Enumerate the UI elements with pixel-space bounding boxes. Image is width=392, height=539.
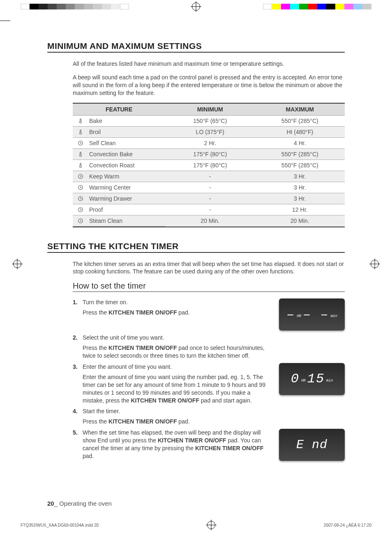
table-row: Bake150°F (65°C)550°F (285°C) [73, 115, 345, 127]
feature-name: Steam Clean [89, 217, 122, 224]
oven-display-time: 0 HR 15 min [279, 363, 345, 395]
table-row: Proof-12 Hr. [73, 204, 345, 215]
max-cell: HI (480°F) [255, 127, 345, 138]
thermometer-icon [78, 118, 83, 124]
step-detail: When the set time has elapsed, the oven … [83, 429, 267, 460]
thermometer-icon [78, 129, 83, 135]
crop-mark [0, 21, 10, 21]
step-3: Enter the amount of time you want. Enter… [73, 363, 345, 404]
settings-table: FEATURE MINIMUM MAXIMUM Bake150°F (65°C)… [73, 103, 345, 227]
thermometer-icon [78, 162, 83, 168]
max-cell: 550°F (285°C) [255, 160, 345, 171]
print-footer: FTQ352IWUX_XAA DG68-00104A.indd 20 2007-… [21, 521, 371, 529]
table-row: Convection Bake175°F (80°C)550°F (285°C) [73, 149, 345, 160]
intro-paragraph-1: All of the features listed have minimum … [73, 60, 345, 68]
table-header-minimum: MINIMUM [165, 103, 255, 116]
feature-name: Self Clean [89, 140, 116, 146]
feature-name: Warming Drawer [89, 195, 132, 202]
steps-list: Turn the timer on. Press the KITCHEN TIM… [73, 298, 345, 461]
feature-name: Proof [89, 206, 103, 213]
max-cell: 4 Hr. [255, 138, 345, 149]
feature-name: Broil [89, 129, 101, 135]
feature-cell: Warming Drawer [73, 193, 165, 204]
min-cell: LO (375°F) [165, 127, 255, 138]
max-cell: 12 Hr. [255, 204, 345, 215]
max-cell: 3 Hr. [255, 193, 345, 204]
table-row: Self Clean2 Hr.4 Hr. [73, 138, 345, 149]
registration-mark-icon [371, 260, 379, 268]
oven-display-end: E nd [279, 429, 345, 461]
page-footer: 20_ Operating the oven [47, 500, 345, 507]
step-title: Turn the timer on. [83, 298, 267, 306]
step-2: Select the unit of time you want. Press … [73, 334, 345, 360]
feature-cell: Proof [73, 204, 165, 215]
feature-name: Convection Bake [89, 151, 133, 157]
max-cell: 3 Hr. [255, 182, 345, 193]
feature-cell: Convection Bake [73, 149, 165, 160]
page-content: MINIMUM AND MAXIMUM SETTINGS All of the … [47, 41, 345, 464]
table-row: Keep Warm-3 Hr. [73, 171, 345, 182]
min-cell: - [165, 193, 255, 204]
table-row: Warming Drawer-3 Hr. [73, 193, 345, 204]
step-5: When the set time has elapsed, the oven … [73, 429, 345, 461]
thermometer-icon [78, 151, 83, 157]
clock-icon [78, 173, 83, 179]
table-row: Convection Roast175°F (80°C)550°F (285°C… [73, 160, 345, 171]
feature-name: Convection Roast [89, 162, 135, 169]
min-cell: 175°F (80°C) [165, 149, 255, 160]
step-detail: Press the KITCHEN TIMER ON/OFF pad. [83, 418, 267, 426]
step-title: Enter the amount of time you want. [83, 363, 267, 371]
feature-cell: Steam Clean [73, 215, 165, 227]
step-title: Select the unit of time you want. [83, 334, 267, 342]
print-filename: FTQ352IWUX_XAA DG68-00104A.indd 20 [21, 523, 99, 527]
timer-intro-paragraph: The kitchen timer serves as an extra tim… [73, 260, 345, 276]
step-detail: Press the KITCHEN TIMER ON/OFF pad. [83, 309, 267, 317]
min-cell: 175°F (80°C) [165, 160, 255, 171]
intro-paragraph-2: A beep will sound each time a pad on the… [73, 74, 345, 97]
min-cell: - [165, 182, 255, 193]
section-title-1: MINIMUM AND MAXIMUM SETTINGS [47, 41, 345, 53]
print-marks-top [0, 2, 392, 11]
step-detail: Enter the amount of time you want using … [83, 373, 267, 405]
feature-name: Keep Warm [89, 173, 119, 180]
table-row: BroilLO (375°F)HI (480°F) [73, 127, 345, 138]
step-1: Turn the timer on. Press the KITCHEN TIM… [73, 298, 345, 331]
feature-cell: Convection Roast [73, 160, 165, 171]
section-title-2: SETTING THE KITCHEN TIMER [47, 241, 345, 253]
grayscale-bar [21, 4, 129, 9]
print-datetime: 2007-08-24 ¿ÀÈÄ 6:17:20 [324, 523, 371, 527]
clock-icon [78, 196, 83, 201]
step-4: Start the timer. Press the KITCHEN TIMER… [73, 407, 345, 426]
max-cell: 550°F (285°C) [255, 149, 345, 160]
registration-mark-icon [13, 260, 21, 268]
max-cell: 3 Hr. [255, 171, 345, 182]
step-detail: Press the KITCHEN TIMER ON/OFF pad once … [83, 344, 267, 360]
clock-icon [78, 218, 83, 224]
settings-table-body: Bake150°F (65°C)550°F (285°C)BroilLO (37… [73, 115, 345, 227]
min-cell: 20 Min. [165, 215, 255, 227]
table-row: Warming Center-3 Hr. [73, 182, 345, 193]
feature-cell: Broil [73, 127, 165, 138]
table-header-maximum: MAXIMUM [255, 103, 345, 116]
feature-name: Bake [89, 118, 102, 124]
table-header-feature: FEATURE [73, 103, 165, 116]
step-title: Start the timer. [83, 407, 267, 415]
registration-mark-icon [192, 2, 200, 11]
feature-cell: Warming Center [73, 182, 165, 193]
registration-mark-icon [207, 521, 215, 529]
sub-heading: How to set the timer [73, 281, 345, 292]
color-bar [263, 4, 371, 9]
min-cell: 150°F (65°C) [165, 115, 255, 127]
min-cell: 2 Hr. [165, 138, 255, 149]
min-cell: - [165, 204, 255, 215]
feature-cell: Self Clean [73, 138, 165, 149]
min-cell: - [165, 171, 255, 182]
feature-cell: Bake [73, 116, 165, 127]
clock-icon [78, 207, 83, 213]
table-row: Steam Clean20 Min.20 Min. [73, 215, 345, 227]
clock-icon [78, 140, 83, 146]
max-cell: 20 Min. [255, 215, 345, 227]
max-cell: 550°F (285°C) [255, 115, 345, 127]
feature-name: Warming Center [89, 184, 131, 191]
clock-icon [78, 185, 83, 190]
